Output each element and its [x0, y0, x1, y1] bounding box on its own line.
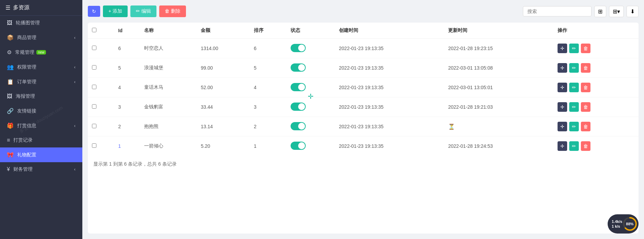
row-checkbox-1	[88, 58, 114, 78]
refresh-button[interactable]: ↻	[88, 6, 100, 17]
sidebar-label-goods: 商品管理	[17, 35, 36, 41]
action-add-1[interactable]: ✛	[558, 63, 567, 73]
col-header-8: 操作	[553, 23, 639, 39]
action-add-5[interactable]: ✛	[558, 141, 567, 151]
row-amount-4: 13.14	[197, 117, 249, 136]
row-amount-1: 99.00	[197, 58, 249, 78]
network-monitor: 1.4k/s 1 k/s 88%	[608, 214, 639, 234]
row-status-2: ✛	[286, 78, 335, 97]
sidebar-item-friend[interactable]: 🔗 友情链接	[0, 104, 82, 118]
status-toggle-1[interactable]	[291, 63, 306, 72]
action-delete-4[interactable]: 🗑	[581, 122, 590, 131]
row-name-3: 金钱豹富	[140, 97, 197, 117]
row-name-4: 抱抱熊	[140, 117, 197, 136]
row-name-2: 童话木马	[140, 78, 197, 97]
arrow-icon: ‹	[74, 35, 75, 40]
action-edit-3[interactable]: ✏	[569, 102, 579, 112]
sidebar-item-general[interactable]: ⚙ 常规管理 new	[0, 45, 82, 60]
table-row: 5浪漫城堡99.0052022-01-23 19:13:352022-03-01…	[88, 58, 639, 78]
sidebar-icon-poster: 🖼	[7, 93, 12, 99]
row-status-3	[286, 97, 335, 117]
row-updated-5: 2022-01-28 19:24:53	[444, 136, 553, 156]
delete-button[interactable]: 🗑 删除	[159, 5, 186, 17]
action-add-0[interactable]: ✛	[558, 44, 567, 53]
action-delete-2[interactable]: 🗑	[581, 83, 590, 92]
row-amount-5: 5.20	[197, 136, 249, 156]
action-edit-5[interactable]: ✏	[569, 141, 579, 151]
row-checkbox-4	[88, 117, 114, 136]
status-toggle-4[interactable]	[291, 122, 306, 130]
table-row: 2抱抱熊13.1422022-01-23 19:13:35⏳ ✛ ✏ 🗑	[88, 117, 639, 136]
row-id-5: 1	[114, 136, 140, 156]
upload-speed: 1.4k/s	[612, 219, 622, 224]
action-add-4[interactable]: ✛	[558, 122, 567, 131]
table-row: 1一箭倾心5.2012022-01-23 19:13:352022-01-28 …	[88, 136, 639, 156]
col-header-2: 名称	[140, 23, 197, 39]
row-sort-1: 5	[250, 58, 287, 78]
search-input[interactable]	[523, 6, 592, 16]
row-select[interactable]	[92, 104, 96, 109]
sidebar-icon-auth: 👥	[7, 64, 14, 70]
sidebar-icon-record: ≡	[7, 137, 10, 143]
action-delete-0[interactable]: 🗑	[581, 44, 590, 53]
sidebar-label-order: 订单管理	[17, 79, 36, 85]
sidebar-item-auth[interactable]: 👥 权限管理 ‹	[0, 60, 82, 74]
table-row: 4童话木马52.004✛2022-01-23 19:13:352022-03-0…	[88, 78, 639, 97]
status-toggle-0[interactable]	[291, 44, 306, 52]
sidebar-icon-gift: 🎀	[7, 152, 14, 158]
sidebar-logo: ☰ 多资源	[0, 0, 82, 16]
row-select[interactable]	[92, 124, 96, 128]
row-status-1	[286, 58, 335, 78]
sidebar-item-order[interactable]: 📋 订单管理 ‹	[0, 74, 82, 89]
action-edit-0[interactable]: ✏	[569, 44, 579, 53]
sidebar-label-auth: 权限管理	[17, 64, 36, 70]
loading-icon: ⏳	[448, 124, 455, 130]
toolbar: ↻ + 添加 ✏ 编辑 🗑 删除 ⊞ ⊞▾ ⬇	[88, 5, 639, 17]
row-name-1: 浪漫城堡	[140, 58, 197, 78]
action-delete-1[interactable]: 🗑	[581, 63, 590, 73]
table-row: 3金钱豹富33.4432022-01-23 19:13:352022-01-28…	[88, 97, 639, 117]
export-button[interactable]: ⬇	[627, 6, 639, 17]
list-view-button[interactable]: ⊞	[594, 6, 606, 17]
sidebar-item-banner[interactable]: 🖼 轮播图管理	[0, 16, 82, 30]
status-toggle-5[interactable]	[291, 142, 306, 150]
row-checkbox-5	[88, 136, 114, 156]
action-edit-1[interactable]: ✏	[569, 63, 579, 73]
sidebar: 多资源网 douziyuan.com ☰ 多资源 🖼 轮播图管理 📦 商品管理 …	[0, 0, 82, 239]
sidebar-item-poster[interactable]: 🖼 海报管理	[0, 89, 82, 104]
status-toggle-3[interactable]	[291, 103, 306, 111]
row-created-2: 2022-01-23 19:13:35	[335, 78, 444, 97]
sidebar-item-reward[interactable]: 🎁 打赏信息 ‹	[0, 118, 82, 133]
sidebar-item-record[interactable]: ≡ 打赏记录	[0, 133, 82, 147]
arrow-icon: ‹	[74, 65, 75, 70]
row-select[interactable]	[92, 46, 96, 50]
col-header-1: Id	[114, 23, 140, 39]
action-edit-4[interactable]: ✏	[569, 122, 579, 131]
action-delete-5[interactable]: 🗑	[581, 141, 590, 151]
add-button[interactable]: + 添加	[103, 5, 128, 17]
network-stats: 1.4k/s 1 k/s	[612, 219, 622, 228]
row-sort-0: 6	[250, 39, 287, 58]
col-header-3: 金额	[197, 23, 249, 39]
grid-view-button[interactable]: ⊞▾	[609, 6, 624, 17]
logo-icon: ☰	[5, 4, 10, 11]
select-all-checkbox[interactable]	[92, 28, 96, 32]
action-edit-2[interactable]: ✏	[569, 83, 579, 92]
col-header-7: 更新时间	[444, 23, 553, 39]
row-select[interactable]	[92, 65, 96, 70]
sidebar-label-finance: 财务管理	[13, 166, 33, 172]
row-select[interactable]	[92, 143, 96, 148]
sidebar-item-gift[interactable]: 🎀 礼物配置	[0, 147, 82, 162]
sidebar-item-finance[interactable]: ¥ 财务管理 ‹	[0, 162, 82, 177]
action-add-3[interactable]: ✛	[558, 102, 567, 112]
action-add-2[interactable]: ✛	[558, 83, 567, 92]
row-actions-0: ✛ ✏ 🗑	[553, 39, 639, 58]
sidebar-item-goods[interactable]: 📦 商品管理 ‹	[0, 30, 82, 45]
action-delete-3[interactable]: 🗑	[581, 102, 590, 112]
sidebar-label-poster: 海报管理	[16, 93, 35, 99]
row-amount-3: 33.44	[197, 97, 249, 117]
row-select[interactable]	[92, 85, 96, 89]
status-toggle-2[interactable]	[291, 83, 306, 91]
row-actions-4: ✛ ✏ 🗑	[553, 117, 639, 136]
edit-button[interactable]: ✏ 编辑	[130, 5, 156, 17]
